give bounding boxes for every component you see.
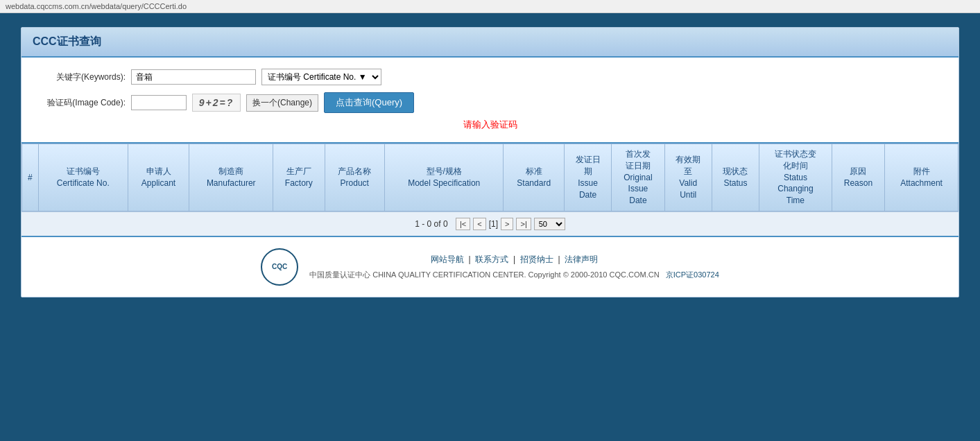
- col-standard: 标准Standard: [504, 144, 565, 211]
- footer-link-legal[interactable]: 法律声明: [565, 254, 598, 264]
- query-button[interactable]: 点击查询(Query): [324, 92, 414, 113]
- card-header: CCC证书查询: [22, 28, 958, 58]
- col-valid-until: 有效期至ValidUntil: [664, 144, 712, 211]
- col-orig-issue: 首次发证日期OriginalIssueDate: [612, 144, 664, 211]
- change-captcha-button[interactable]: 换一个(Change): [246, 94, 318, 112]
- pagination-info: 1 - 0 of 0: [415, 219, 447, 229]
- prev-page-button[interactable]: <: [473, 218, 485, 230]
- next-page-button[interactable]: >: [501, 218, 513, 230]
- col-issue-date: 发证日期IssueDate: [564, 144, 611, 211]
- footer-copyright: 中国质量认证中心 CHINA QUALITY CERTIFICATION CEN…: [309, 270, 719, 280]
- per-page-select[interactable]: 10 25 50 100: [534, 218, 565, 230]
- current-page: [1]: [489, 219, 498, 229]
- keyword-row: 关键字(Keywords): 证书编号 Certificate No. ▼: [35, 69, 945, 85]
- main-container: CCC证书查询 关键字(Keywords): 证书编号 Certificate …: [0, 13, 980, 429]
- pagination-row: 1 - 0 of 0 |< < [1] > >| 10 25 50 100: [22, 211, 958, 236]
- col-applicant: 申请人Applicant: [128, 144, 189, 211]
- copyright-text: 中国质量认证中心 CHINA QUALITY CERTIFICATION CEN…: [309, 270, 659, 279]
- results-table-wrapper: # 证书编号Certificate No. 申请人Applicant 制造商Ma…: [22, 142, 958, 211]
- footer-link-sitemap[interactable]: 网站导航: [431, 254, 464, 264]
- icp-link[interactable]: 京ICP证030724: [666, 270, 719, 279]
- cqc-logo: CQC: [261, 248, 298, 286]
- browser-url: webdata.cqccms.com.cn/webdata/query/CCCC…: [6, 2, 187, 10]
- last-page-button[interactable]: >|: [516, 218, 531, 230]
- col-product: 产品名称Product: [325, 144, 384, 211]
- col-model: 型号/规格Model Specification: [384, 144, 503, 211]
- main-card: CCC证书查询 关键字(Keywords): 证书编号 Certificate …: [21, 27, 959, 297]
- page-title: CCC证书查询: [33, 35, 101, 47]
- search-type-select[interactable]: 证书编号 Certificate No. ▼: [261, 69, 381, 85]
- col-manufacturer: 制造商Manufacturer: [189, 144, 273, 211]
- captcha-input[interactable]: [131, 95, 187, 110]
- footer-link-contact[interactable]: 联系方式: [475, 254, 508, 264]
- table-head: # 证书编号Certificate No. 申请人Applicant 制造商Ma…: [22, 144, 958, 211]
- footer-links: 网站导航 | 联系方式 | 招贤纳士 | 法律声明: [309, 254, 719, 266]
- captcha-image: 9+2=?: [192, 94, 241, 112]
- captcha-label: 验证码(Image Code):: [35, 97, 126, 109]
- col-num: #: [22, 144, 39, 211]
- footer-content: 网站导航 | 联系方式 | 招贤纳士 | 法律声明 中国质量认证中心 CHINA…: [309, 254, 719, 280]
- col-status-change: 证书状态变化时间StatusChangingTime: [759, 144, 832, 211]
- col-cert-no: 证书编号Certificate No.: [38, 144, 128, 211]
- results-table: # 证书编号Certificate No. 申请人Applicant 制造商Ma…: [22, 144, 958, 211]
- captcha-error: 请输入验证码: [35, 116, 945, 137]
- keyword-label: 关键字(Keywords):: [35, 71, 126, 83]
- search-area: 关键字(Keywords): 证书编号 Certificate No. ▼ 验证…: [22, 58, 958, 142]
- keyword-input[interactable]: [131, 69, 256, 85]
- table-header-row: # 证书编号Certificate No. 申请人Applicant 制造商Ma…: [22, 144, 958, 211]
- col-reason: 原因Reason: [832, 144, 884, 211]
- captcha-row: 验证码(Image Code): 9+2=? 换一个(Change) 点击查询(…: [35, 92, 945, 113]
- col-factory: 生产厂Factory: [273, 144, 325, 211]
- browser-bar: webdata.cqccms.com.cn/webdata/query/CCCC…: [0, 0, 980, 13]
- col-attachment: 附件Attachment: [885, 144, 958, 211]
- footer-link-recruit[interactable]: 招贤纳士: [520, 254, 553, 264]
- col-status: 现状态Status: [712, 144, 759, 211]
- footer-area: CQC 网站导航 | 联系方式 | 招贤纳士 | 法律声明 中国质量认证中心 C…: [22, 236, 958, 297]
- first-page-button[interactable]: |<: [456, 218, 470, 230]
